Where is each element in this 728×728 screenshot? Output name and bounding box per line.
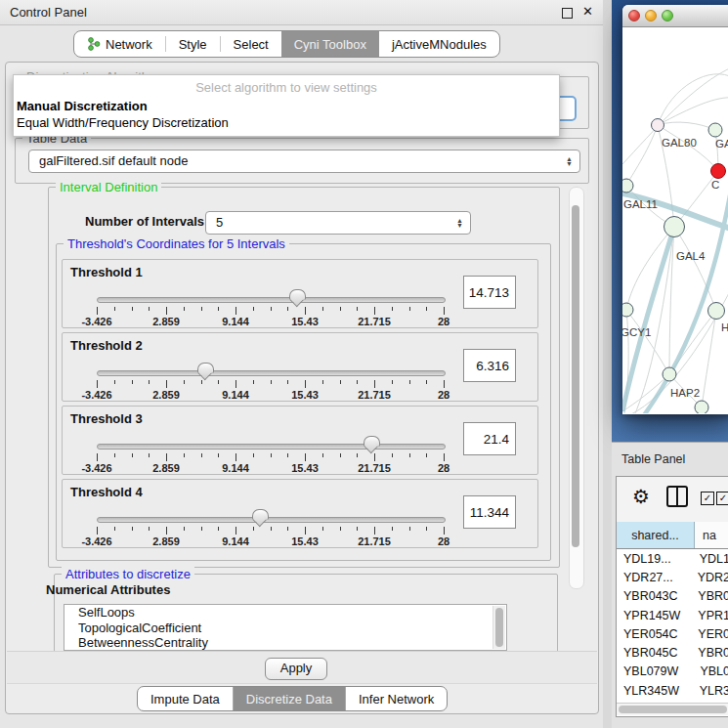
table-cell[interactable]: YDL1 — [694, 552, 728, 566]
dropdown-option-manual[interactable]: Manual Discretization — [17, 99, 148, 113]
threshold-panel: Threshold 1 -3.4262.8599.14415.4321.7152… — [62, 259, 538, 328]
table-cell[interactable]: YDR2 — [692, 571, 728, 584]
network-node[interactable] — [711, 164, 726, 179]
table-cell[interactable]: YDL19... — [617, 552, 694, 566]
table-cell[interactable]: YER0 — [692, 627, 728, 641]
column-header-shared-name[interactable]: shared... — [617, 522, 695, 548]
table-row[interactable]: YDR27...YDR2 — [617, 568, 728, 586]
tab-cyni-toolbox[interactable]: Cyni Toolbox — [281, 31, 379, 57]
num-intervals-combo[interactable]: 5 ▲▼ — [205, 211, 471, 235]
table-cell[interactable]: YBL079W — [617, 664, 694, 678]
minimize-traffic-light-icon[interactable] — [645, 10, 657, 21]
table-header-row: shared... na — [617, 522, 728, 549]
tab-jactivemnodules[interactable]: jActiveMNodules — [379, 31, 499, 57]
table-row[interactable]: YBR043CYBR0 — [617, 587, 728, 606]
scrollbar-thumb[interactable] — [572, 205, 579, 547]
table-cell[interactable]: YBL0 — [694, 664, 728, 678]
slider-tick-label: 21.715 — [358, 535, 391, 547]
table-cell[interactable]: YPR145W — [617, 609, 692, 622]
attribute-list-item[interactable]: TopologicalCoefficient — [64, 621, 506, 636]
settings-scrollbar[interactable] — [569, 187, 584, 589]
slider-tick-label: 28 — [438, 389, 450, 401]
slider-tick — [97, 453, 98, 461]
close-traffic-light-icon[interactable] — [628, 10, 640, 21]
table-horizontal-scrollbar[interactable] — [617, 703, 728, 715]
slider-tick — [322, 527, 323, 531]
column-header-name[interactable]: na — [695, 522, 728, 548]
network-node[interactable] — [664, 217, 685, 237]
table-row[interactable]: YBL079WYBL0 — [617, 663, 728, 681]
tab-network[interactable]: Network — [74, 31, 165, 57]
threshold-slider-track[interactable] — [97, 517, 446, 523]
close-icon[interactable]: ✕ — [582, 4, 593, 19]
slider-tick — [236, 380, 236, 388]
tab-discretize-data[interactable]: Discretize Data — [234, 687, 346, 710]
table-cell[interactable]: YBR045C — [617, 646, 692, 660]
attribute-list-item[interactable]: BetweennessCentrality — [64, 635, 506, 651]
network-window[interactable]: GAL80GACGAL11GAL4GCY1HHAP2 — [622, 5, 728, 414]
apply-button[interactable]: Apply — [265, 658, 327, 680]
threshold-slider-thumb[interactable] — [289, 289, 306, 300]
threshold-slider-track[interactable] — [97, 370, 446, 376]
numerical-attributes-list[interactable]: SelfLoopsTopologicalCoefficientBetweenne… — [64, 604, 507, 651]
interval-definition-group: Interval Definition Number of Intervals … — [48, 187, 560, 568]
threshold-slider-thumb[interactable] — [197, 363, 214, 373]
slider-tick-labels: -3.4262.8599.14415.4321.71528 — [97, 535, 444, 547]
threshold-slider-track[interactable] — [97, 297, 446, 303]
node-label: GAL80 — [662, 137, 697, 149]
table-cell[interactable]: YLR3 — [694, 684, 728, 698]
network-node[interactable] — [708, 303, 725, 320]
checkbox-checked-icon[interactable]: ✓ — [701, 492, 714, 505]
table-cell[interactable]: YER054C — [617, 627, 692, 641]
threshold-value-field[interactable]: 6.316 — [463, 349, 516, 382]
attribute-list-item[interactable]: SelfLoops — [64, 605, 506, 621]
tab-style[interactable]: Style — [166, 31, 220, 57]
table-row[interactable]: YBR045CYBR0 — [617, 643, 728, 662]
table-cell[interactable]: YLR345W — [617, 684, 694, 698]
tab-impute-data[interactable]: Impute Data — [138, 687, 234, 710]
slider-tick — [97, 380, 98, 388]
slider-tick-labels: -3.4262.8599.14415.4321.71528 — [97, 462, 444, 474]
table-row[interactable]: YPR145WYPR1 — [617, 606, 728, 624]
slider-tick — [97, 307, 98, 315]
zoom-traffic-light-icon[interactable] — [662, 10, 673, 21]
threshold-value-field[interactable]: 11.344 — [463, 495, 516, 529]
slider-tick — [201, 380, 202, 384]
threshold-slider-track[interactable] — [97, 444, 446, 450]
threshold-value-field[interactable]: 21.4 — [463, 422, 516, 455]
threshold-value-field[interactable]: 14.713 — [463, 276, 516, 309]
table-cell[interactable]: YDR27... — [617, 571, 692, 584]
table-row[interactable]: YDL19...YDL1 — [617, 549, 728, 568]
table-cell[interactable]: YBR043C — [617, 589, 692, 603]
float-window-icon[interactable] — [562, 8, 573, 19]
threshold-label: Threshold 1 — [70, 265, 143, 279]
network-node[interactable] — [695, 401, 708, 413]
tab-infer-network[interactable]: Infer Network — [346, 687, 447, 710]
network-node[interactable] — [622, 303, 633, 317]
table-cell[interactable]: YPR1 — [692, 609, 728, 622]
dropdown-option-equal-width[interactable]: Equal Width/Frequency Discretization — [17, 115, 229, 130]
table-cell[interactable]: YBR0 — [692, 589, 728, 603]
network-node[interactable] — [708, 123, 722, 137]
column-browser-icon[interactable] — [666, 486, 688, 507]
attributes-scrollbar[interactable] — [492, 606, 505, 649]
scrollbar-thumb[interactable] — [619, 706, 727, 713]
network-window-titlebar[interactable] — [622, 5, 728, 27]
slider-tick — [166, 453, 167, 461]
interval-definition-label: Interval Definition — [56, 180, 161, 194]
table-cell[interactable]: YBR0 — [692, 646, 728, 660]
threshold-slider-thumb[interactable] — [364, 436, 380, 447]
checkbox-checked-icon[interactable]: ✓ — [716, 492, 728, 505]
tab-select[interactable]: Select — [221, 31, 281, 57]
gear-icon[interactable]: ⚙ — [632, 485, 650, 508]
table-data-combo[interactable]: galFiltered.sif default node ▲▼ — [28, 150, 580, 173]
table-row[interactable]: YLR345WYLR3 — [617, 681, 728, 700]
network-node[interactable] — [652, 119, 664, 132]
node-label: HAP2 — [670, 387, 700, 399]
network-node[interactable] — [663, 367, 676, 381]
node-label: C — [711, 179, 719, 191]
network-graph[interactable]: GAL80GACGAL11GAL4GCY1HHAP2 — [622, 27, 728, 413]
threshold-slider-thumb[interactable] — [252, 509, 269, 520]
network-node[interactable] — [622, 179, 633, 193]
table-row[interactable]: YER054CYER0 — [617, 624, 728, 643]
